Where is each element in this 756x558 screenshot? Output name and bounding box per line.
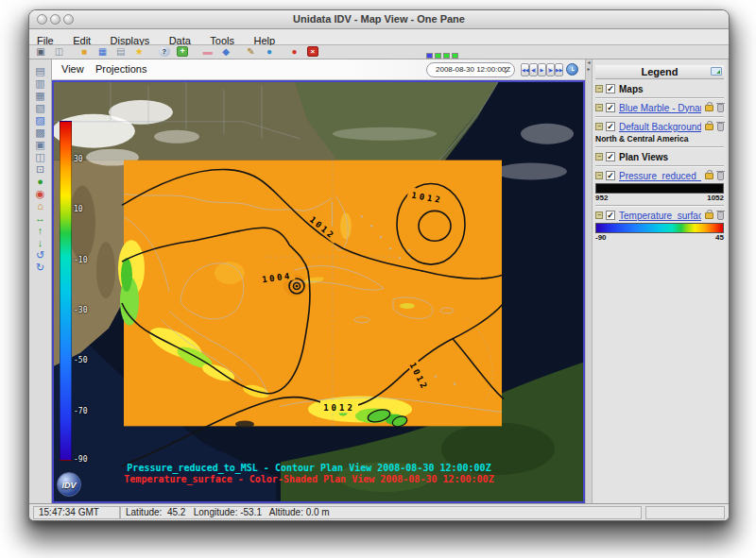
map-view-menubar: View Projections 2008-08-30 12:00:00Z ▲▼… [52, 59, 585, 80]
globe-view-icon[interactable]: ● [31, 176, 50, 188]
trash-icon[interactable] [717, 123, 724, 131]
animation-controls: ◀◀◀|▶|▶▶▶ [521, 63, 578, 80]
front-view-icon[interactable]: ▨ [31, 114, 50, 127]
time-value: 2008-08-30 12:00:00Z [436, 65, 510, 74]
lock-icon[interactable] [705, 105, 713, 111]
temperature-display-caption: Temperature_surface - Color-Shaded Plan … [82, 474, 536, 484]
animation-properties-clock-icon[interactable] [566, 63, 578, 76]
collapse-icon[interactable] [595, 85, 603, 93]
map-menu-view[interactable]: View [61, 63, 84, 75]
time-select-combobox[interactable]: 2008-08-30 12:00:00Z ▲▼ [426, 62, 515, 77]
window-title: Unidata IDV - Map View - One Pane [29, 13, 729, 25]
edit-icon[interactable]: ✎ [246, 46, 257, 58]
collapse-icon[interactable] [595, 104, 603, 111]
map-menu-projections[interactable]: Projections [95, 63, 146, 75]
undo-icon[interactable]: ↺ [31, 249, 50, 262]
new-display-icon[interactable]: ◫ [53, 46, 64, 58]
section-label: Maps [619, 84, 644, 94]
visibility-checkbox[interactable] [606, 103, 615, 112]
menu-bar: File Edit Displays Data Tools Help [29, 29, 729, 45]
add-data-icon[interactable]: + [177, 46, 188, 57]
play-button[interactable]: ▶ [538, 63, 546, 76]
visibility-checkbox[interactable] [606, 211, 615, 220]
idv-logo: IDV [57, 472, 81, 497]
trash-icon[interactable] [717, 211, 724, 220]
perspective-view-icon[interactable]: ▣ [31, 139, 50, 151]
float-legend-icon[interactable] [711, 67, 722, 76]
globe-icon[interactable]: ● [264, 46, 275, 58]
section-label: Plan Views [619, 152, 668, 162]
animation-step-indicator[interactable] [426, 53, 460, 59]
legend-splitter[interactable]: ◂ ▸ [585, 59, 593, 503]
display-link[interactable]: Pressure_reduced_to_MS... [619, 171, 701, 181]
zoom-reset-icon[interactable]: ◉ [31, 188, 50, 200]
colorbar-tick: -50 [74, 356, 87, 364]
screenshot-stage: Unidata IDV - Map View - One Pane File E… [0, 0, 756, 558]
display-link[interactable]: Blue Marble - Dynamic [619, 103, 701, 113]
copy-display-icon[interactable]: ▤ [115, 46, 127, 58]
open-bundle-icon[interactable]: ■ [78, 46, 90, 58]
rotate-y-view-icon[interactable]: ▥ [31, 77, 50, 90]
colorbar-tick: 10 [74, 205, 83, 213]
go-last-button[interactable]: ▶▶ [555, 63, 563, 76]
save-bundle-icon[interactable]: ▦ [96, 46, 108, 58]
top-view-icon[interactable]: ▧ [31, 102, 50, 114]
pressure-display-caption: Pressure_reduced_to_MSL - Contour Plan V… [82, 463, 536, 473]
display-link[interactable]: Default Background Maps [619, 122, 701, 132]
visibility-checkbox[interactable] [606, 122, 615, 131]
link-view-icon[interactable]: ⊡ [31, 163, 50, 176]
maps-visibility-checkbox[interactable] [606, 84, 615, 93]
viewpoint-dialog-icon[interactable]: ◫ [31, 151, 50, 163]
legend-panel: Legend Maps Blue Marble - Dynamic [593, 59, 727, 503]
pin-icon[interactable]: ◆ [220, 46, 232, 58]
colorbar-tick: -70 [74, 407, 87, 415]
pressure-legend-colorbar[interactable] [595, 183, 724, 194]
collapse-icon[interactable] [595, 172, 603, 179]
stop-icon[interactable]: × [307, 46, 318, 57]
temperature-legend-colorbar[interactable] [595, 223, 724, 233]
home-view-icon[interactable]: ⌂ [31, 200, 50, 212]
favorites-icon[interactable]: ★ [133, 46, 145, 58]
show-dashboard-icon[interactable]: ▣ [35, 46, 46, 58]
trash-icon[interactable] [717, 104, 724, 112]
legend-item-blue-marble: Blue Marble - Dynamic [595, 101, 724, 114]
zoom-horizontal-icon[interactable]: ↔ [31, 212, 50, 225]
display-link[interactable]: Temperature_surface -... [619, 211, 701, 221]
lock-icon[interactable] [705, 124, 713, 130]
collapse-icon[interactable] [595, 123, 603, 130]
collapse-icon[interactable] [595, 211, 603, 219]
lock-icon[interactable] [705, 173, 713, 179]
collapse-left-icon[interactable]: ◂ [586, 59, 592, 66]
spinner-arrows-icon[interactable]: ▲▼ [502, 65, 509, 75]
main-toolbar: ▣ ◫ ■ ▦ ▤ ★ ? + ▬ ◆ ✎ ● ● × [29, 45, 729, 59]
zoom-in-vertical-icon[interactable]: ↑ [31, 225, 50, 237]
zoom-out-vertical-icon[interactable]: ↓ [31, 237, 50, 249]
side-view-icon[interactable]: ▩ [31, 127, 50, 139]
help-icon[interactable]: ? [159, 46, 170, 57]
map-canvas[interactable]: 1012 1012 1004 [52, 80, 585, 503]
lock-icon[interactable] [705, 212, 713, 219]
step-back-button[interactable]: ◀| [529, 63, 538, 76]
redo-icon[interactable]: ↻ [31, 262, 50, 274]
memory-status [645, 506, 725, 519]
colorbar-tick: -10 [74, 256, 87, 264]
clock-status: 15:47:34 GMT [33, 506, 120, 519]
eraser-icon[interactable]: ▬ [202, 46, 214, 58]
rotate-x-view-icon[interactable]: ▤ [31, 65, 50, 77]
temperature-colorbar[interactable] [60, 121, 72, 461]
default-maps-sublabel: North & Central America [595, 134, 724, 144]
collapse-icon[interactable] [595, 153, 603, 161]
record-icon[interactable]: ● [288, 46, 300, 58]
legend-item-default-maps: Default Background Maps [595, 120, 724, 133]
collapse-right-icon[interactable]: ▸ [586, 66, 592, 73]
pressure-min-label: 952 [595, 194, 608, 203]
go-first-button[interactable]: ◀◀ [521, 63, 529, 76]
rotate-z-view-icon[interactable]: ▦ [31, 90, 50, 102]
trash-icon[interactable] [717, 172, 724, 180]
cursor-position-status: Latitude: 45.2 Longitude: -53.1 Altitude… [120, 506, 642, 519]
visibility-checkbox[interactable] [606, 171, 615, 180]
plan-views-visibility-checkbox[interactable] [606, 152, 615, 161]
title-bar[interactable]: Unidata IDV - Map View - One Pane [29, 10, 729, 29]
legend-section-maps: Maps [595, 82, 724, 95]
step-forward-button[interactable]: |▶ [546, 63, 555, 76]
